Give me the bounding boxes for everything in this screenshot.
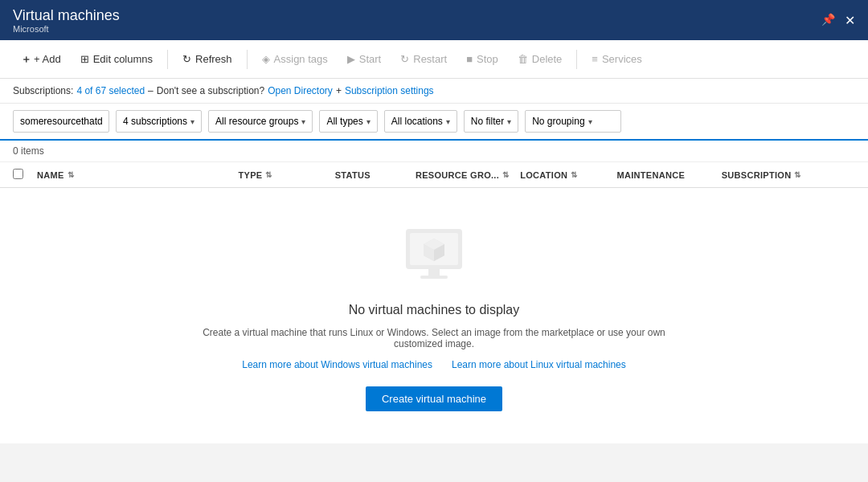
empty-state: No virtual machines to display Create a … (0, 188, 868, 443)
name-sort-icon: ⇅ (68, 170, 74, 179)
col-status-header: STATUS (335, 170, 416, 180)
subscription-sort-icon: ⇅ (794, 170, 800, 179)
stop-icon: ■ (466, 53, 473, 65)
subscriptions-selected-link[interactable]: 4 of 67 selected (76, 85, 145, 96)
empty-state-description: Create a virtual machine that runs Linux… (193, 327, 675, 349)
toolbar-separator-2 (247, 50, 248, 69)
close-icon[interactable]: ✕ (845, 13, 855, 28)
add-icon: ＋ (21, 52, 31, 67)
filter-label: No filter (471, 116, 504, 127)
toolbar-separator-1 (167, 50, 168, 69)
locations-label: All locations (391, 116, 443, 127)
tag-icon: ◈ (262, 53, 270, 65)
grouping-label: No grouping (532, 116, 584, 127)
subscriptions-dropdown-label: 4 subscriptions (123, 116, 187, 127)
pin-icon[interactable]: 📌 (821, 13, 835, 28)
col-maintenance-header: MAINTENANCE (616, 170, 721, 180)
svg-rect-6 (428, 269, 440, 276)
chevron-down-icon: ▾ (366, 117, 371, 126)
resource-filter-input[interactable] (13, 110, 109, 133)
title-bar: Virtual machines Microsoft 📌 ✕ (0, 0, 868, 40)
col-location-header[interactable]: LOCATION ⇅ (520, 170, 616, 180)
grouping-dropdown[interactable]: No grouping ▾ (525, 110, 621, 133)
restart-button[interactable]: ↺ Restart (392, 48, 455, 70)
col-name-header[interactable]: NAME ⇅ (37, 170, 239, 180)
col-resource-header[interactable]: RESOURCE GRO... ⇅ (416, 170, 520, 180)
items-count: 0 items (0, 141, 868, 162)
subscriptions-plus: + (336, 85, 342, 96)
svg-rect-7 (420, 276, 448, 279)
create-vm-button[interactable]: Create virtual machine (366, 386, 502, 411)
filters-bar: 4 subscriptions ▾ All resource groups ▾ … (0, 104, 868, 141)
restart-icon: ↺ (400, 53, 409, 65)
chevron-down-icon: ▾ (446, 117, 450, 126)
toolbar-separator-3 (576, 50, 577, 69)
types-dropdown[interactable]: All types ▾ (319, 110, 377, 133)
empty-state-title: No virtual machines to display (349, 303, 520, 317)
chevron-down-icon: ▾ (301, 117, 305, 126)
open-directory-link[interactable]: Open Directory (268, 85, 333, 96)
subscription-settings-link[interactable]: Subscription settings (345, 85, 434, 96)
subscriptions-dropdown[interactable]: 4 subscriptions ▾ (116, 110, 202, 133)
subscriptions-label: Subscriptions: (13, 85, 73, 96)
locations-dropdown[interactable]: All locations ▾ (384, 110, 457, 133)
vm-empty-icon (398, 221, 470, 293)
title-bar-left: Virtual machines Microsoft (13, 7, 120, 34)
subscriptions-bar: Subscriptions: 4 of 67 selected – Don't … (0, 79, 868, 104)
start-button[interactable]: ▶ Start (339, 48, 389, 70)
delete-button[interactable]: 🗑 Delete (510, 48, 571, 70)
subscriptions-separator: – (148, 85, 154, 96)
resource-groups-label: All resource groups (215, 116, 298, 127)
toolbar: ＋ + Add ⊞ Edit columns ↻ Refresh ◈ Assig… (0, 40, 868, 79)
select-all-checkbox[interactable] (13, 169, 23, 179)
empty-state-links: Learn more about Windows virtual machine… (242, 359, 626, 370)
edit-columns-button[interactable]: ⊞ Edit columns (72, 48, 161, 70)
resource-sort-icon: ⇅ (502, 170, 509, 179)
resource-groups-dropdown[interactable]: All resource groups ▾ (208, 110, 313, 133)
subscriptions-prompt: Don't see a subscription? (157, 85, 264, 96)
refresh-icon: ↻ (182, 53, 191, 65)
linux-vm-link[interactable]: Learn more about Linux virtual machines (452, 359, 626, 370)
select-all-checkbox-container[interactable] (13, 169, 37, 181)
window-controls: 📌 ✕ (821, 13, 855, 28)
col-subscription-header[interactable]: SUBSCRIPTION ⇅ (722, 170, 842, 180)
items-count-label: 0 items (13, 145, 44, 157)
types-label: All types (326, 116, 362, 127)
filter-dropdown[interactable]: No filter ▾ (464, 110, 518, 133)
type-sort-icon: ⇅ (265, 170, 272, 179)
table-header: NAME ⇅ TYPE ⇅ STATUS RESOURCE GRO... ⇅ L… (0, 162, 868, 188)
page-title: Virtual machines (13, 7, 120, 24)
chevron-down-icon: ▾ (507, 117, 511, 126)
services-button[interactable]: ≡ Services (583, 48, 649, 70)
services-icon: ≡ (592, 53, 598, 65)
columns-icon: ⊞ (80, 53, 89, 65)
delete-icon: 🗑 (518, 53, 528, 65)
refresh-button[interactable]: ↻ Refresh (174, 48, 240, 70)
start-icon: ▶ (347, 53, 355, 65)
location-sort-icon: ⇅ (571, 170, 577, 179)
page-subtitle: Microsoft (13, 24, 120, 34)
windows-vm-link[interactable]: Learn more about Windows virtual machine… (242, 359, 432, 370)
add-button[interactable]: ＋ + Add (13, 47, 69, 71)
chevron-down-icon: ▾ (190, 117, 194, 126)
main-content: ＋ + Add ⊞ Edit columns ↻ Refresh ◈ Assig… (0, 40, 868, 443)
stop-button[interactable]: ■ Stop (458, 48, 506, 70)
col-type-header[interactable]: TYPE ⇅ (239, 170, 335, 180)
assign-tags-button[interactable]: ◈ Assign tags (254, 48, 336, 70)
chevron-down-icon: ▾ (588, 117, 592, 126)
